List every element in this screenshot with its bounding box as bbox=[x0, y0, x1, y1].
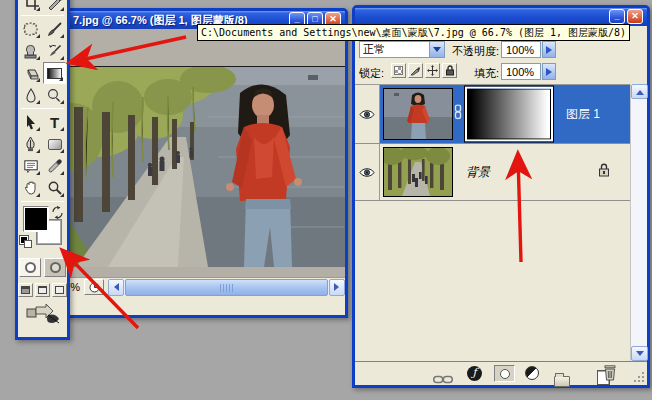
notes-tool[interactable] bbox=[19, 155, 42, 177]
layer-row-layer1[interactable]: 图层 1 bbox=[355, 85, 630, 144]
standard-screen-icon[interactable] bbox=[18, 283, 33, 297]
blur-tool[interactable] bbox=[19, 84, 42, 106]
opacity-spinner[interactable] bbox=[542, 41, 556, 58]
layers-bottombar: ƒ bbox=[355, 361, 647, 385]
canvas-area[interactable]: 67% bbox=[53, 29, 345, 296]
type-tool[interactable]: T bbox=[43, 111, 66, 133]
vertical-scrollbar[interactable] bbox=[630, 84, 647, 361]
layer-name[interactable]: 背景 bbox=[466, 164, 490, 181]
photo-image[interactable] bbox=[57, 66, 345, 266]
lock-transparency-button[interactable] bbox=[391, 63, 406, 78]
lock-all-button[interactable] bbox=[442, 63, 457, 78]
layer-thumbnail[interactable] bbox=[383, 147, 453, 197]
eyedropper-tool[interactable] bbox=[43, 155, 66, 177]
slice-tool[interactable] bbox=[43, 0, 66, 13]
scroll-right-icon[interactable] bbox=[329, 279, 345, 296]
crop-tool[interactable] bbox=[19, 0, 42, 13]
layer-mask-thumbnail[interactable] bbox=[465, 87, 553, 142]
shape-tool[interactable] bbox=[43, 133, 66, 155]
layer-list: 图层 1 背景 bbox=[355, 84, 630, 361]
clone-stamp-tool[interactable] bbox=[19, 40, 42, 62]
chevron-down-icon[interactable] bbox=[429, 42, 444, 57]
path-selection-tool[interactable] bbox=[19, 111, 42, 133]
eye-icon bbox=[359, 109, 375, 120]
mask-link-icon[interactable] bbox=[454, 105, 462, 124]
layer-row-background[interactable]: 背景 bbox=[355, 144, 630, 201]
photo-scene bbox=[58, 67, 345, 267]
brush-tool[interactable] bbox=[43, 18, 66, 40]
gradient-tool[interactable] bbox=[43, 62, 66, 84]
foreground-color-swatch[interactable] bbox=[23, 206, 49, 232]
minimize-button[interactable]: _ bbox=[609, 9, 625, 24]
history-brush-tool[interactable] bbox=[43, 40, 66, 62]
color-swatches bbox=[18, 204, 67, 254]
lock-pixels-button[interactable] bbox=[408, 63, 423, 78]
fill-label: 填充: bbox=[463, 66, 499, 81]
fill-input[interactable]: 100% bbox=[501, 63, 541, 80]
scroll-down-icon[interactable] bbox=[631, 346, 648, 361]
dodge-tool[interactable] bbox=[43, 84, 66, 106]
rectangle-icon bbox=[48, 139, 62, 150]
lock-position-button[interactable] bbox=[425, 63, 440, 78]
document-window: 7.jpg @ 66.7% (图层 1, 图层蒙版/8) _ □ ✕ bbox=[50, 8, 348, 318]
scroll-left-icon[interactable] bbox=[108, 279, 124, 296]
layers-panel: 正常 不透明度: 100% 锁定: 填充: 100% bbox=[355, 26, 647, 385]
fullscreen-icon[interactable] bbox=[52, 283, 67, 297]
document-statusbar: 67% bbox=[53, 277, 345, 296]
fill-spinner[interactable] bbox=[542, 63, 556, 80]
pen-tool[interactable] bbox=[19, 133, 42, 155]
patch-tool[interactable] bbox=[19, 18, 42, 40]
opacity-label: 不透明度: bbox=[447, 44, 499, 59]
lock-label: 锁定: bbox=[359, 66, 384, 81]
gradient-icon bbox=[47, 68, 62, 79]
eraser-tool[interactable] bbox=[19, 62, 42, 84]
toolbox-palette: T bbox=[15, 0, 70, 340]
scroll-up-icon[interactable] bbox=[631, 84, 648, 99]
new-group-icon[interactable] bbox=[554, 376, 570, 387]
type-glyph: T bbox=[50, 114, 59, 131]
blend-mode-select[interactable]: 正常 bbox=[359, 41, 445, 58]
resize-grip[interactable] bbox=[632, 370, 645, 383]
zoom-tool[interactable] bbox=[43, 177, 66, 199]
path-tooltip: C:\Documents and Settings\new\桌面\蒙版\7.jp… bbox=[197, 24, 630, 41]
horizontal-scrollbar[interactable] bbox=[108, 279, 345, 296]
close-button[interactable]: ✕ bbox=[627, 9, 643, 24]
opacity-input[interactable]: 100% bbox=[501, 41, 541, 58]
scrollbar-thumb[interactable] bbox=[125, 279, 328, 296]
add-layer-mask-button[interactable] bbox=[494, 365, 515, 382]
eye-icon bbox=[359, 167, 375, 178]
link-layers-icon[interactable] bbox=[433, 370, 453, 388]
status-clock-icon[interactable] bbox=[84, 279, 104, 295]
visibility-toggle[interactable] bbox=[355, 85, 380, 143]
standard-mode-button[interactable] bbox=[19, 258, 41, 277]
layers-palette-window: _ ✕ 正常 不透明度: 100% 锁定: 填充: 100% bbox=[352, 5, 650, 388]
layer-thumbnail[interactable] bbox=[383, 88, 453, 140]
layer-style-icon[interactable]: ƒ bbox=[467, 366, 482, 381]
adjustment-layer-icon[interactable] bbox=[525, 366, 539, 380]
jump-to-imageready-icon[interactable] bbox=[26, 303, 60, 329]
quick-mask-mode-button[interactable] bbox=[44, 258, 66, 277]
delete-layer-icon[interactable] bbox=[603, 365, 617, 385]
hand-tool[interactable] bbox=[19, 177, 42, 199]
visibility-toggle[interactable] bbox=[355, 144, 380, 200]
default-colors-icon[interactable] bbox=[20, 236, 32, 248]
lock-icon bbox=[598, 163, 610, 181]
layer-name[interactable]: 图层 1 bbox=[566, 106, 600, 123]
blend-mode-value: 正常 bbox=[360, 42, 429, 57]
fullscreen-menu-icon[interactable] bbox=[35, 283, 50, 297]
